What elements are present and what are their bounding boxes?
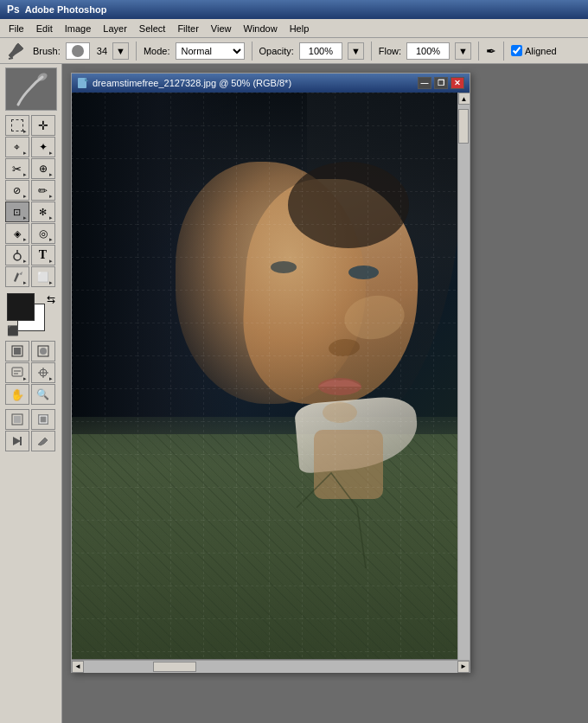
eyedropper-tool[interactable]: ⊕ ▸ (31, 158, 55, 179)
tool-brush-preview (5, 67, 57, 111)
quick-mask-off-btn[interactable] (5, 341, 29, 362)
hscrollbar-wrapper: ◄ ► (72, 660, 470, 672)
menu-layer[interactable]: Layer (98, 22, 132, 35)
brush-preview[interactable] (66, 42, 90, 60)
reset-colors-btn[interactable]: ⬛ (7, 325, 19, 336)
brush-tool[interactable]: ✏ ▸ (31, 180, 55, 201)
scroll-right-btn[interactable]: ► (457, 661, 470, 673)
eraser-tool[interactable]: ◈ ▸ (5, 223, 29, 244)
tool-row-5: ⊡ ▸ ✻ ▸ (5, 202, 57, 222)
menu-view[interactable]: View (206, 22, 237, 35)
brush-arrow-btn[interactable]: ▼ (112, 42, 129, 60)
svg-rect-16 (14, 416, 21, 423)
svg-point-1 (72, 45, 84, 57)
menu-image[interactable]: Image (60, 22, 97, 35)
tool-row-extra-2: ▸ ▸ (5, 362, 57, 383)
swap-colors-btn[interactable]: ⇆ (47, 293, 55, 305)
flow-arrow-btn[interactable]: ▼ (455, 42, 471, 60)
menu-edit[interactable]: Edit (31, 22, 58, 35)
brush-size-value: 34 (97, 46, 107, 56)
options-bar: Brush: 34 ▼ Mode: Normal Multiply Screen… (0, 38, 588, 64)
menu-bar: File Edit Image Layer Select Filter View… (0, 19, 588, 38)
document-body: ▲ ▼ ◄ ► (72, 93, 470, 672)
scroll-thumb-vertical[interactable] (458, 109, 469, 144)
toolbox: ▸ ✛ ⌖ ▸ ✦ ▸ ✂ ▸ ⊕ ▸ (0, 64, 62, 723)
flow-input[interactable] (406, 42, 450, 60)
magic-wand-tool[interactable]: ✦ ▸ (31, 137, 55, 157)
healing-brush-tool[interactable]: ⊘ ▸ (5, 180, 29, 201)
doc-minimize-btn[interactable]: — (418, 77, 431, 89)
screen-mode-btn[interactable] (5, 409, 29, 430)
tool-options-icon (5, 40, 28, 62)
tool-row-extra-5 (5, 431, 57, 451)
svg-marker-21 (85, 78, 88, 81)
svg-rect-9 (12, 368, 22, 376)
airbrush-btn[interactable]: ✒ (486, 44, 496, 58)
document-window: dreamstimefree_2127328.jpg @ 50% (RGB/8*… (71, 73, 470, 673)
menu-filter[interactable]: Filter (172, 22, 203, 35)
dodge-tool[interactable]: ▸ (5, 245, 29, 266)
mode-select[interactable]: Normal Multiply Screen (176, 42, 245, 60)
tool-row-7: ▸ T ▸ (5, 245, 57, 266)
edit-in-btn[interactable] (31, 431, 55, 451)
tool-row-extra-1 (5, 341, 57, 362)
doc-close-btn[interactable]: ✕ (451, 77, 464, 89)
canvas-image (72, 93, 463, 659)
hand-tool[interactable]: ✋ (5, 384, 29, 405)
canvas-area: dreamstimefree_2127328.jpg @ 50% (RGB/8*… (62, 64, 588, 723)
zoom-tool[interactable]: 🔍 (31, 384, 55, 405)
scroll-left-btn[interactable]: ◄ (72, 661, 84, 673)
shape-tool[interactable]: ⬜ ▸ (31, 266, 55, 287)
crop-tool[interactable]: ✂ ▸ (5, 158, 29, 179)
aligned-checkbox[interactable] (511, 45, 522, 56)
history-brush-tool[interactable]: ✻ ▸ (31, 202, 55, 222)
document-titlebar[interactable]: dreamstimefree_2127328.jpg @ 50% (RGB/8*… (72, 74, 470, 93)
vertical-scrollbar[interactable]: ▲ ▼ (457, 93, 470, 672)
scroll-thumb-horizontal[interactable] (153, 662, 196, 672)
svg-point-8 (40, 348, 47, 355)
canvas-container[interactable]: ▲ ▼ (72, 93, 470, 672)
jacket-texture (72, 434, 463, 659)
svg-point-3 (14, 253, 21, 260)
mode-label: Mode: (144, 46, 170, 56)
menu-window[interactable]: Window (239, 22, 283, 35)
scroll-track-horizontal[interactable] (84, 661, 457, 673)
type-tool[interactable]: T ▸ (31, 245, 55, 266)
move-tool[interactable]: ✛ (31, 115, 55, 136)
screen-mode2-btn[interactable] (31, 409, 55, 430)
marquee-tool[interactable]: ▸ (5, 115, 29, 136)
tool-row-6: ◈ ▸ ◎ ▸ (5, 223, 57, 244)
tool-row-1: ▸ ✛ (5, 115, 57, 136)
doc-restore-btn[interactable]: ❐ (434, 77, 448, 89)
scroll-up-btn[interactable]: ▲ (458, 93, 470, 105)
doc-icon (77, 77, 89, 89)
app-title-bar: Ps Adobe Photoshop (0, 0, 588, 19)
blur-tool[interactable]: ◎ ▸ (31, 223, 55, 244)
app-icon: Ps (7, 3, 20, 16)
scroll-track-vertical[interactable] (458, 105, 470, 660)
tool-row-3: ✂ ▸ ⊕ ▸ (5, 158, 57, 179)
menu-help[interactable]: Help (284, 22, 315, 35)
main-area: ▸ ✛ ⌖ ▸ ✦ ▸ ✂ ▸ ⊕ ▸ (0, 64, 588, 723)
notes-tool[interactable]: ▸ (5, 362, 29, 383)
opacity-label: Opacity: (259, 46, 294, 56)
aligned-checkbox-label[interactable]: Aligned (511, 45, 557, 56)
doc-btn-group: — ❐ ✕ (418, 77, 464, 89)
horizontal-scrollbar[interactable]: ◄ ► (72, 660, 470, 672)
jump-to-btn[interactable] (5, 431, 29, 451)
menu-file[interactable]: File (3, 22, 29, 35)
doc-title: dreamstimefree_2127328.jpg @ 50% (RGB/8*… (93, 78, 418, 88)
color-sampler-tool[interactable]: ▸ (31, 362, 55, 383)
svg-line-0 (9, 58, 13, 59)
lasso-tool[interactable]: ⌖ ▸ (5, 137, 29, 157)
eye-left (271, 261, 297, 273)
quick-mask-on-btn[interactable] (31, 341, 55, 362)
foreground-color[interactable] (7, 293, 35, 321)
eye-right (348, 266, 379, 279)
opacity-arrow-btn[interactable]: ▼ (348, 42, 364, 60)
menu-select[interactable]: Select (134, 22, 171, 35)
opacity-input[interactable] (299, 42, 342, 60)
pen-tool[interactable]: ▸ (5, 266, 29, 287)
stamp-tool[interactable]: ⊡ ▸ (5, 202, 29, 222)
tool-row-extra-3: ✋ 🔍 (5, 384, 57, 405)
